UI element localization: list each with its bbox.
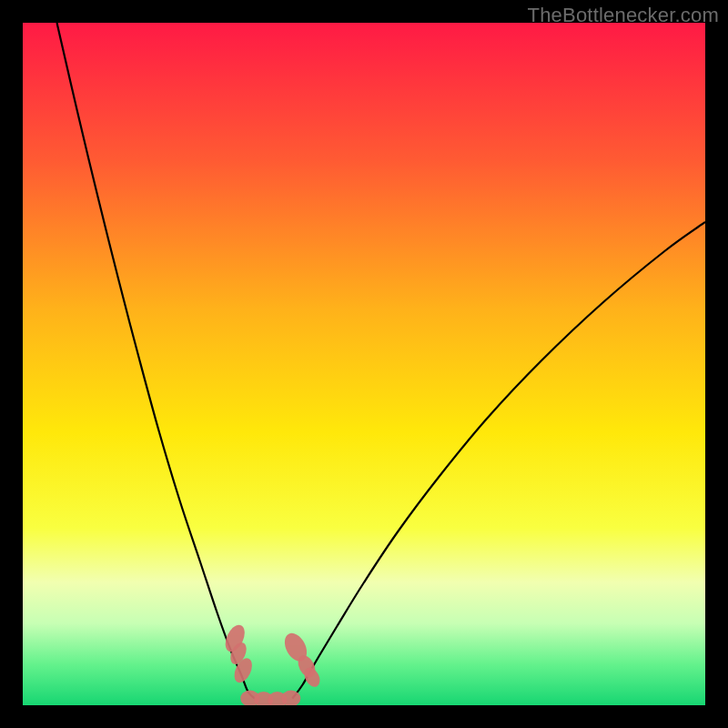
watermark-text: TheBottlenecker.com [528,4,719,27]
chart-container: TheBottlenecker.com [0,0,728,728]
bottleneck-chart [23,23,705,705]
gradient-background [23,23,705,705]
